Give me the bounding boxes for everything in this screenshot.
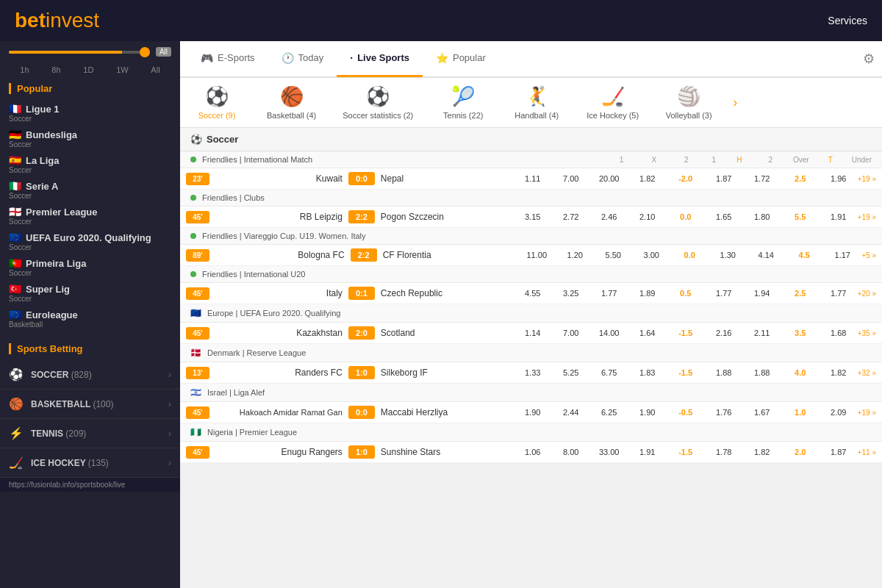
odd-under[interactable]: 1.68 xyxy=(820,329,858,337)
odd-h2[interactable]: 1.76 xyxy=(705,408,743,417)
odd-under[interactable]: 1.77 xyxy=(820,289,858,298)
odd-2[interactable]: 6.25 xyxy=(590,408,628,417)
odd-x[interactable]: 2.72 xyxy=(552,212,590,221)
sidebar-sport-soccer[interactable]: ⚽ SOCCER (828) › xyxy=(0,360,180,390)
odd-2[interactable]: 2.46 xyxy=(590,212,628,221)
odd-x[interactable]: 8.00 xyxy=(552,448,590,456)
odd-x[interactable]: 1.20 xyxy=(556,251,594,259)
odd-h2[interactable]: 1.65 xyxy=(705,212,743,221)
filter-8h[interactable]: 8h xyxy=(51,65,60,74)
sidebar-sport-icehockey[interactable]: 🏒 ICE HOCKEY (135) › xyxy=(0,448,180,478)
filter-1h[interactable]: 1h xyxy=(20,65,29,74)
odd-h1[interactable]: 1.64 xyxy=(628,329,667,337)
odd-under[interactable]: 1.82 xyxy=(820,368,858,377)
sidebar-item-premierleague[interactable]: 🏴󠁧󠁢󠁥󠁮󠁧󠁿Premier League Soccer xyxy=(9,203,171,229)
more-button[interactable]: +5 » xyxy=(861,251,876,259)
odd-t[interactable]: 2.5 xyxy=(781,289,820,298)
odd-2[interactable]: 6.75 xyxy=(590,368,628,377)
odd-1[interactable]: 1.33 xyxy=(514,368,552,377)
cat-volleyball[interactable]: 🏐 Volleyball (3) xyxy=(652,85,725,120)
odd-under[interactable]: 1.87 xyxy=(820,448,858,456)
odd-h1[interactable]: 1.82 xyxy=(628,174,667,183)
odd-hh[interactable]: -1.5 xyxy=(667,368,705,377)
filter-1d[interactable]: 1D xyxy=(83,65,93,74)
more-button[interactable]: +20 » xyxy=(858,290,876,298)
odd-t[interactable]: 4.5 xyxy=(785,251,823,259)
odd-h1[interactable]: 1.91 xyxy=(628,448,667,456)
odd-x[interactable]: 5.25 xyxy=(552,368,590,377)
more-button[interactable]: +19 » xyxy=(858,409,876,417)
odd-1[interactable]: 1.11 xyxy=(514,174,552,183)
odd-over[interactable]: 1.88 xyxy=(743,368,781,377)
odd-under[interactable]: 1.96 xyxy=(820,174,858,183)
odd-2[interactable]: 20.00 xyxy=(590,174,628,183)
odd-hh[interactable]: -0.5 xyxy=(667,408,705,417)
odd-t[interactable]: 2.5 xyxy=(781,174,820,183)
settings-icon[interactable]: ⚙ xyxy=(863,51,875,67)
odd-over[interactable]: 2.11 xyxy=(743,329,781,337)
odd-h2[interactable]: 1.87 xyxy=(705,174,743,183)
odd-under[interactable]: 2.09 xyxy=(820,408,858,417)
cat-icehockey[interactable]: 🏒 Ice Hockey (5) xyxy=(573,85,652,120)
sidebar-sport-basketball[interactable]: 🏀 BASKETBALL (100) › xyxy=(0,390,180,419)
odd-h1[interactable]: 1.90 xyxy=(628,408,667,417)
filter-1w[interactable]: 1W xyxy=(116,65,129,74)
odd-2[interactable]: 14.00 xyxy=(590,329,628,337)
sidebar-item-uefaeuro[interactable]: 🇪🇺UEFA Euro 2020. Qualifying Soccer xyxy=(9,229,171,254)
odd-hh[interactable]: 0.0 xyxy=(667,212,705,221)
more-button[interactable]: +35 » xyxy=(858,329,876,337)
odd-h2[interactable]: 1.88 xyxy=(705,368,743,377)
cat-soccer[interactable]: ⚽ Soccer (9) xyxy=(180,85,254,120)
odd-h2[interactable]: 1.30 xyxy=(709,251,747,259)
odd-t[interactable]: 5.5 xyxy=(781,212,820,221)
odd-t[interactable]: 3.5 xyxy=(781,329,820,337)
odd-h2[interactable]: 2.16 xyxy=(705,329,743,337)
odd-hh[interactable]: -2.0 xyxy=(667,174,705,183)
odd-under[interactable]: 1.91 xyxy=(820,212,858,221)
tab-livesports[interactable]: · Live Sports xyxy=(337,41,423,77)
odd-hh[interactable]: -1.5 xyxy=(667,448,705,456)
tab-esports[interactable]: 🎮 E-Sports xyxy=(187,41,268,77)
more-button[interactable]: +32 » xyxy=(858,369,876,377)
more-button[interactable]: +19 » xyxy=(858,213,876,221)
cat-basketball[interactable]: 🏀 Basketball (4) xyxy=(254,85,329,120)
odd-1[interactable]: 11.00 xyxy=(517,251,556,259)
odd-over[interactable]: 1.94 xyxy=(743,289,781,298)
sidebar-item-primeiraliga[interactable]: 🇵🇹Primeira Liga Soccer xyxy=(9,254,171,280)
sidebar-item-seriea[interactable]: 🇮🇹Serie A Soccer xyxy=(9,177,171,203)
sidebar-sport-tennis[interactable]: ⚡ TENNIS (209) › xyxy=(0,419,180,448)
odd-over[interactable]: 4.14 xyxy=(747,251,785,259)
odd-h2[interactable]: 1.77 xyxy=(705,289,743,298)
odd-x[interactable]: 3.25 xyxy=(552,289,590,298)
odd-h1[interactable]: 3.00 xyxy=(632,251,670,259)
odd-under[interactable]: 1.17 xyxy=(823,251,861,259)
more-button[interactable]: +11 » xyxy=(858,448,876,456)
sidebar-item-bundesliga[interactable]: 🇩🇪Bundesliga Soccer xyxy=(9,126,171,151)
odd-h1[interactable]: 1.83 xyxy=(628,368,667,377)
odd-h1[interactable]: 2.10 xyxy=(628,212,667,221)
cat-handball[interactable]: 🤾 Handball (4) xyxy=(500,85,573,120)
odd-hh[interactable]: -1.5 xyxy=(667,329,705,337)
odd-1[interactable]: 4.55 xyxy=(514,289,552,298)
odd-x[interactable]: 7.00 xyxy=(552,174,590,183)
time-slider[interactable] xyxy=(9,51,150,54)
odd-2[interactable]: 33.00 xyxy=(590,448,628,456)
odd-hh[interactable]: 0.5 xyxy=(667,289,705,298)
odd-h1[interactable]: 1.89 xyxy=(628,289,667,298)
all-badge[interactable]: All xyxy=(156,47,171,57)
sidebar-item-euroleague[interactable]: 🇪🇺Euroleague Basketball xyxy=(9,306,171,331)
odd-hh[interactable]: 0.0 xyxy=(670,251,709,259)
odd-t[interactable]: 2.0 xyxy=(781,448,820,456)
tab-today[interactable]: 🕐 Today xyxy=(268,41,337,77)
odd-2[interactable]: 1.77 xyxy=(590,289,628,298)
odd-over[interactable]: 1.67 xyxy=(743,408,781,417)
odd-x[interactable]: 2.44 xyxy=(552,408,590,417)
odd-t[interactable]: 1.0 xyxy=(781,408,820,417)
services-button[interactable]: Services xyxy=(828,15,867,26)
more-button[interactable]: +19 » xyxy=(858,175,876,183)
odd-1[interactable]: 1.14 xyxy=(514,329,552,337)
filter-all[interactable]: All xyxy=(151,65,159,74)
next-arrow-icon[interactable]: › xyxy=(725,95,745,110)
odd-2[interactable]: 5.50 xyxy=(594,251,632,259)
tab-popular[interactable]: ⭐ Popular xyxy=(423,41,499,77)
